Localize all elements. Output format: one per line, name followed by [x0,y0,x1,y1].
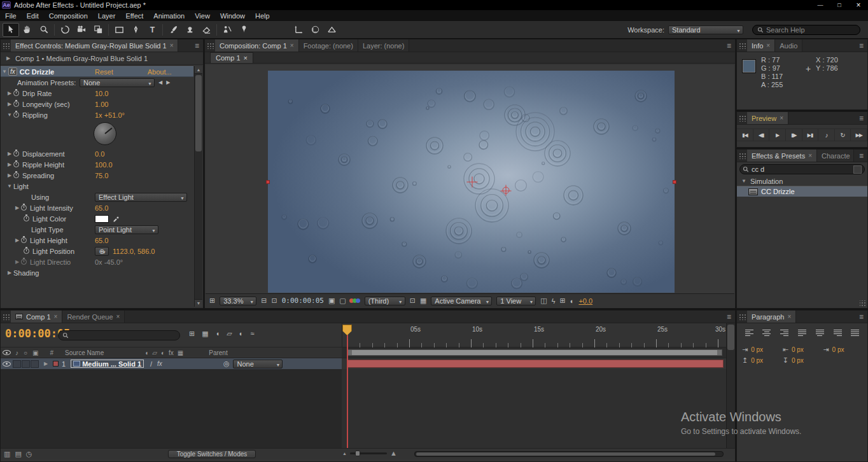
left-indent-field[interactable]: ⇤ 0 px [783,346,822,354]
panel-grip-icon[interactable] [739,115,746,122]
stopwatch-icon[interactable] [24,216,29,221]
graph-editor-icon[interactable]: ≈ [250,330,254,338]
toggle-switches-modes-button[interactable]: Toggle Switches / Modes [168,450,256,458]
exposure-value[interactable]: +0.0 [578,297,592,305]
twirl-icon[interactable]: ▶ [4,55,12,61]
solo-toggle-cell[interactable] [22,360,30,368]
axis-mode-view-icon[interactable] [323,23,340,37]
pan-behind-tool-icon[interactable] [90,23,106,37]
stopwatch-icon[interactable] [13,90,19,96]
close-button[interactable]: × [849,0,868,10]
frame-blending-icon[interactable]: ▱ [227,330,232,338]
hand-tool-icon[interactable] [19,23,36,37]
viewer-timecode[interactable]: 0:00:00:05 [282,297,324,305]
anchor-point-marker[interactable] [468,178,475,185]
timeline-search-box[interactable] [58,330,180,340]
zoom-out-mountain-icon[interactable]: ▲ [342,451,347,456]
puppet-pin-tool-icon[interactable] [235,23,252,37]
twirl-closed-icon[interactable]: ▶ [6,270,13,276]
zoom-slider[interactable] [350,452,387,454]
tab-audio[interactable]: Audio [775,39,802,52]
axis-mode-local-icon[interactable] [290,23,307,37]
restore-button[interactable]: □ [830,0,849,10]
parent-column-header[interactable]: Parent [209,349,227,356]
close-icon[interactable]: × [808,152,812,159]
light-type-dropdown[interactable]: Point Light [95,225,158,234]
twirl-open-icon[interactable]: ▼ [1,69,8,74]
stopwatch-icon[interactable] [13,112,19,118]
resolution-dropdown[interactable]: (Third) [365,297,405,305]
tab-render-queue[interactable]: Render Queue × [62,311,125,323]
effect-point-button[interactable]: ⊕ [95,247,109,256]
about-link[interactable]: About... [148,68,172,76]
effects-search-input[interactable] [752,165,851,173]
panel-menu-icon[interactable]: ≡ [855,311,867,323]
quality-switch-icon[interactable]: / [150,360,152,368]
tab-composition[interactable]: Composition: Comp 1 × [215,39,299,52]
tab-timeline-comp1[interactable]: Comp 1 × [11,311,62,323]
stopwatch-icon[interactable] [24,248,29,254]
twirl-closed-icon[interactable]: ▶ [6,101,13,107]
menu-file[interactable]: File [0,10,22,21]
camera-dropdown[interactable]: Active Camera [431,297,492,305]
play-button[interactable]: ▶ [769,129,786,141]
scrollbar-thumb[interactable] [195,75,202,151]
pen-tool-icon[interactable] [127,23,144,37]
property-value[interactable]: 1x +51.0° [95,111,125,119]
scrollbar-thumb[interactable] [727,325,734,350]
property-value[interactable]: 10.0 [95,90,108,97]
layer-duration-bar[interactable] [347,360,724,368]
stopwatch-icon[interactable] [13,162,19,167]
twirl-closed-icon[interactable]: ▶ [13,205,21,211]
selection-tool-icon[interactable] [3,23,19,37]
tab-footage[interactable]: Footage: (none) [299,39,358,52]
panel-menu-icon[interactable]: ≡ [723,311,735,323]
twirl-closed-icon[interactable]: ▶ [6,151,13,157]
right-indent-field[interactable]: ⇥ 0 px [823,346,862,354]
layer-name[interactable]: Medium ... Solid 1 [71,360,144,368]
property-value[interactable]: 1.00 [95,101,108,108]
zoom-slider-knob[interactable] [355,451,360,456]
twirl-closed-icon[interactable]: ▶ [6,162,13,167]
field-value[interactable]: 0 px [792,346,804,353]
menu-edit[interactable]: Edit [22,10,44,21]
show-snapshot-icon[interactable]: ▢ [339,297,346,305]
justify-last-center-button[interactable] [813,327,827,338]
eye-icon[interactable] [3,361,11,367]
lock-toggle-cell[interactable] [31,360,39,368]
viewer-tab-comp1[interactable]: Comp 1 × [210,52,253,63]
tab-preview[interactable]: Preview × [747,112,788,124]
current-time-indicator-line[interactable] [347,335,348,448]
help-search-box[interactable] [752,25,860,35]
panel-grip-icon[interactable] [739,153,746,159]
time-ruler[interactable]: 05s 10s 15s 20s 25s 30s [342,323,726,347]
twirl-open-icon[interactable]: ▼ [740,178,748,184]
panel-grip-icon[interactable] [3,43,10,49]
shape-tool-icon[interactable] [111,23,127,37]
twirl-open-icon[interactable]: ▼ [6,183,13,189]
first-line-indent-field[interactable]: ⇥ 0 px [742,346,781,354]
layer-twirl-icon[interactable]: ▶ [42,361,50,367]
close-icon[interactable]: × [54,313,58,320]
tab-layer[interactable]: Layer: (none) [358,39,409,52]
panel-grip-icon[interactable] [739,43,746,49]
align-right-button[interactable] [778,327,792,338]
transparency-grid-icon[interactable]: ▦ [420,297,426,305]
align-left-button[interactable] [742,327,756,338]
layer-row[interactable]: ▶ 1 Medium ... Solid 1 / fx ◎ None [1,358,342,369]
effects-search-box[interactable] [739,164,865,174]
close-icon[interactable]: × [780,115,783,122]
property-value[interactable]: 65.0 [95,204,108,212]
timeline-button-icon[interactable]: ⊞ [560,297,566,305]
stopwatch-icon[interactable] [13,151,19,157]
twirl-closed-icon[interactable]: ▶ [13,259,21,265]
stopwatch-icon[interactable] [13,101,19,107]
timeline-horizontal-scrollbar[interactable] [414,451,724,457]
effect-header-row[interactable]: ▼ fx CC Drizzle Reset About... [1,66,193,77]
close-icon[interactable]: × [766,42,770,49]
exposure-icon[interactable]: ◐ [570,297,575,305]
twirl-closed-icon[interactable]: ▶ [6,172,13,178]
loop-button[interactable]: ↻ [835,129,851,141]
tab-info[interactable]: Info × [747,39,775,52]
comp-mini-flowchart-icon[interactable]: ⊞ [189,330,195,338]
